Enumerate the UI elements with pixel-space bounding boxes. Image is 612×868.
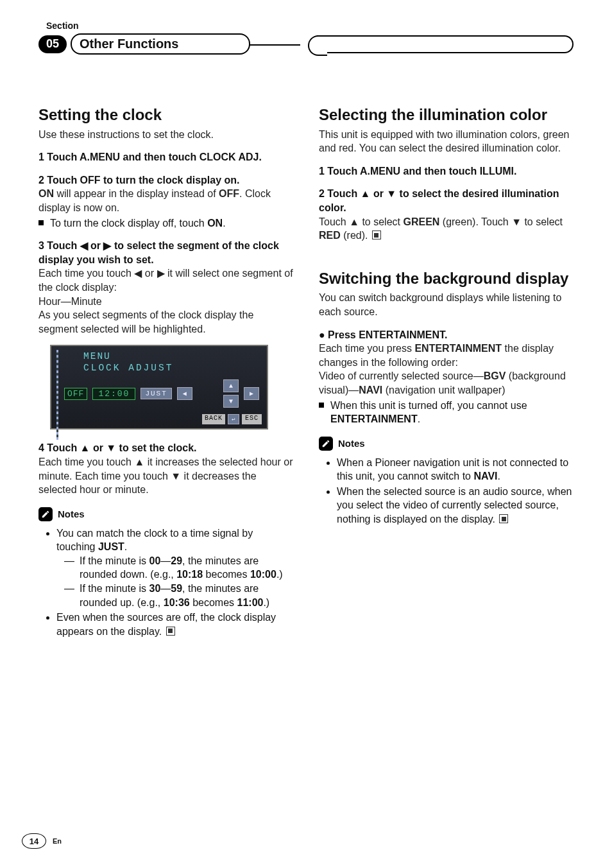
bg-intro: You can switch background displays while…: [319, 291, 574, 318]
text: When a Pioneer navigation unit is not co…: [337, 457, 568, 482]
end-mark-icon: [499, 514, 508, 523]
text: —: [160, 555, 171, 566]
list-item: Even when the sources are off, the clock…: [56, 611, 293, 638]
notes-title: Notes: [338, 438, 365, 449]
text: Touch ▲ to select: [319, 216, 403, 227]
figure-esc-button[interactable]: ESC: [242, 414, 262, 424]
figure-right-arrow-button[interactable]: ▶: [244, 387, 259, 400]
clock-step-3: 3 Touch ◀ or ▶ to select the segment of …: [38, 239, 293, 336]
end-mark-icon: [372, 230, 381, 239]
text: If the minute is: [80, 555, 149, 566]
list-item: When a Pioneer navigation unit is not co…: [337, 456, 574, 483]
figure-menu-label: MENU: [55, 351, 263, 361]
notes-header: Notes: [319, 437, 574, 451]
section-label: Section: [46, 21, 574, 31]
header-row: 05 Other Functions: [38, 33, 574, 55]
list-item: When the selected source is an audio sou…: [337, 485, 574, 526]
clock-step-1: 1 Touch A.MENU and then touch CLOCK ADJ.: [38, 150, 293, 164]
text: (red).: [341, 230, 368, 241]
text-off: OFF: [219, 188, 239, 199]
text: 11:00: [237, 597, 264, 608]
text: 29: [171, 555, 182, 566]
text: becomes: [203, 569, 250, 580]
heading-setting-clock: Setting the clock: [38, 106, 293, 124]
left-column: Setting the clock Use these instructions…: [38, 106, 293, 639]
text: Each time you touch ▲ it increases the s…: [38, 455, 293, 497]
notes-list: When a Pioneer navigation unit is not co…: [319, 456, 574, 526]
step-lead: 1 Touch A.MENU and then touch ILLUMI.: [319, 166, 516, 177]
text: .): [263, 597, 269, 608]
section-title: Other Functions: [71, 33, 250, 55]
notes-title: Notes: [58, 508, 85, 519]
heading-illumination: Selecting the illumination color: [319, 106, 574, 124]
illum-intro: This unit is equipped with two illuminat…: [319, 128, 574, 155]
text: You can match the clock to a time signal…: [56, 528, 253, 553]
text: 10:00: [250, 569, 276, 580]
figure-time-display: 12:00: [92, 388, 135, 400]
text-red: RED: [319, 230, 341, 241]
bg-step: ● Press ENTERTAINMENT. Each time you pre…: [319, 328, 574, 426]
text: .: [418, 413, 420, 424]
text: .): [276, 569, 283, 580]
figure-up-arrow-button[interactable]: ▲: [223, 379, 239, 392]
step-lead: 2 Touch OFF to turn the clock display on…: [38, 175, 240, 186]
text: As you select segments of the clock disp…: [38, 308, 293, 336]
heading-background: Switching the background display: [319, 270, 574, 288]
text: When the selected source is an audio sou…: [337, 486, 572, 525]
text: When this unit is turned off, you cannot…: [330, 400, 527, 411]
text-just: JUST: [98, 541, 124, 552]
text-entertainment: ENTERTAINMENT: [414, 343, 502, 354]
text: Each time you touch ◀ or ▶ it will selec…: [38, 266, 293, 294]
text: will appear in the display instead of: [54, 188, 219, 199]
square-bullet-icon: [38, 220, 44, 225]
right-column: Selecting the illumination color This un…: [319, 106, 574, 639]
step-lead: 4 Touch ▲ or ▼ to set the clock.: [38, 442, 197, 453]
figure-back-arrow-icon[interactable]: ↩: [228, 414, 239, 424]
header-right-rule: [317, 35, 574, 53]
figure-just-button[interactable]: JUST: [140, 388, 171, 399]
text: (navigation unit wallpaper): [382, 385, 505, 395]
notes-header: Notes: [38, 507, 293, 521]
step-lead: 1 Touch A.MENU and then touch CLOCK ADJ.: [38, 152, 262, 162]
text-navi: NAVI: [359, 385, 382, 395]
section-number-badge: 05: [38, 35, 67, 53]
figure-accent-icon: [56, 350, 58, 440]
text-navi: NAVI: [473, 471, 497, 482]
text: .: [124, 541, 127, 552]
end-mark-icon: [166, 627, 175, 636]
step-lead: 3 Touch ◀ or ▶ to select the segment of …: [38, 240, 279, 265]
illum-step-1: 1 Touch A.MENU and then touch ILLUMI.: [319, 164, 574, 178]
text-on: ON: [38, 188, 54, 199]
figure-clock-adjust-label: CLOCK ADJUST: [55, 363, 263, 373]
clock-step-2: 2 Touch OFF to turn the clock display on…: [38, 173, 293, 230]
figure-back-button[interactable]: BACK: [202, 414, 225, 424]
text: 10:36: [164, 597, 190, 608]
clock-adjust-figure: MENU CLOCK ADJUST OFF 12:00 JUST ◀ ▲ ▼ ▶: [50, 345, 268, 430]
notes-list: You can match the clock to a time signal…: [38, 526, 293, 639]
pencil-icon: [38, 507, 53, 521]
text: —: [160, 583, 171, 594]
square-bullet-icon: [319, 403, 324, 408]
page-footer: 14 En: [22, 833, 62, 849]
text-bgv: BGV: [484, 370, 506, 381]
text: 00: [149, 555, 161, 566]
step-lead: 2 Touch ▲ or ▼ to select the desired ill…: [319, 188, 559, 213]
figure-off-button[interactable]: OFF: [64, 388, 87, 400]
text: .: [223, 218, 225, 229]
text-on: ON: [207, 218, 223, 229]
clock-intro: Use these instructions to set the clock.: [38, 128, 293, 142]
step-lead: ● Press ENTERTAINMENT.: [319, 329, 448, 340]
text: Video of currently selected source—: [319, 370, 484, 381]
text: (green). Touch ▼ to select: [439, 216, 563, 227]
text: 59: [171, 583, 182, 594]
text: becomes: [190, 597, 237, 608]
list-item: You can match the clock to a time signal…: [56, 526, 293, 610]
figure-down-arrow-button[interactable]: ▼: [223, 395, 239, 408]
text: 10:18: [176, 569, 203, 580]
figure-left-arrow-button[interactable]: ◀: [177, 387, 192, 400]
text: 30: [149, 583, 161, 594]
text: Each time you press: [319, 343, 414, 354]
text: .: [498, 471, 500, 482]
text: Hour—Minute: [38, 295, 293, 309]
text: To turn the clock display off, touch: [50, 218, 207, 229]
